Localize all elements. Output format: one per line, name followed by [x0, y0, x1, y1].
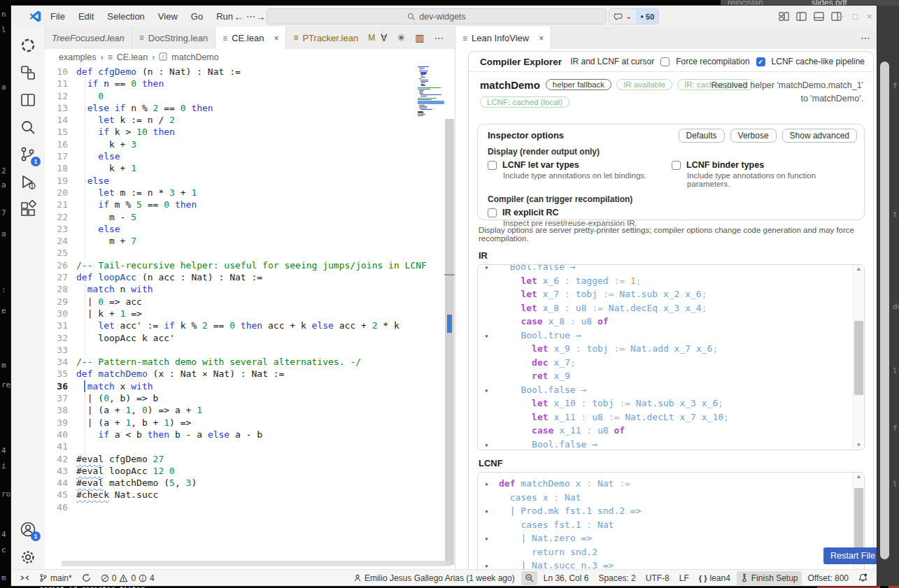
breadcrumb-item-matchdemo[interactable]: matchDemo [171, 52, 218, 62]
forward-button[interactable]: → [255, 10, 266, 22]
tab-docstring-lean[interactable]: ≡DocString.lean [132, 27, 215, 49]
menu-item-go[interactable]: Go [191, 11, 203, 22]
tab-treefocused-lean[interactable]: TreeFocused.lean [45, 27, 132, 49]
toggle-sidebar-icon[interactable] [796, 11, 807, 22]
lcnf-pipeline-checkbox[interactable]: ✓ [756, 57, 765, 66]
customize-layout-icon[interactable] [779, 11, 789, 22]
sync-item[interactable] [78, 571, 94, 585]
code-line[interactable]: 26/-- Tail-recursive helper: useful for … [45, 259, 455, 271]
close-icon[interactable]: × [274, 34, 278, 43]
code-line[interactable]: 15 if k > 10 then [45, 126, 455, 138]
remote-indicator[interactable] [17, 571, 33, 585]
code-line[interactable]: 20 let m := n * 3 + 1 [45, 187, 455, 199]
book-icon[interactable] [19, 91, 37, 109]
breadcrumb[interactable]: examples›≡CE.lean›ƒmatchDemo [59, 49, 219, 66]
chat-quota-badge[interactable]: ● 50 [636, 9, 658, 24]
account-icon[interactable]: 1 [19, 520, 37, 538]
finish-setup[interactable]: Finish Setup [737, 571, 802, 585]
openai-icon[interactable] [19, 36, 37, 55]
collapse-triangle-icon[interactable]: ▼ [485, 439, 488, 450]
close-icon[interactable]: × [539, 34, 544, 43]
encoding[interactable]: UTF-8 [642, 571, 673, 585]
eol[interactable]: LF [676, 571, 693, 585]
collapse-triangle-icon[interactable]: ▼ [485, 533, 488, 545]
more-actions-icon[interactable]: ⋯ [861, 32, 870, 43]
more-actions-icon[interactable]: ⋯ [434, 32, 444, 43]
extensions-icon[interactable] [19, 200, 37, 218]
code-line[interactable]: 17 else [45, 150, 455, 162]
branch-item[interactable]: main* [36, 571, 76, 585]
code-line[interactable]: 38 | (a + 1, 0) => a + 1 [45, 404, 455, 416]
lcnf-code-box[interactable]: ▼def matchDemo x : Nat :=cases x : Nat▼|… [477, 472, 865, 569]
settings-gear-icon[interactable] [19, 548, 37, 566]
code-line[interactable]: 19 else [45, 175, 455, 187]
collapse-triangle-icon[interactable]: ▼ [485, 264, 488, 273]
openai-small-icon[interactable]: ✳ [397, 32, 406, 43]
code-line[interactable]: 32 loopAcc k acc' [45, 332, 455, 344]
lcnf-binder-types-checkbox[interactable] [672, 161, 681, 170]
collapse-triangle-icon[interactable]: ▼ [485, 330, 488, 341]
scroll-up-arrow[interactable]: ▲ [854, 265, 864, 273]
ir-explicit-rc-checkbox[interactable] [488, 208, 497, 217]
code-line[interactable]: 39 | (a + 1, b + 1) => [45, 417, 455, 429]
back-button[interactable]: ← [234, 10, 244, 22]
breadcrumb-item-examples[interactable]: examples [59, 52, 97, 62]
lcnf-let-var-types-checkbox[interactable] [488, 161, 497, 170]
code-line[interactable]: 11 if n == 0 then [45, 78, 455, 89]
scroll-down-arrow[interactable]: ▼ [854, 441, 864, 450]
menu-item-selection[interactable]: Selection [107, 11, 144, 22]
code-line[interactable]: 34/-- Pattern-match demo with several al… [45, 356, 455, 368]
code-line[interactable]: 33 [45, 344, 455, 356]
tab-ptracker-lean[interactable]: ≡PTracker.leanM [286, 27, 383, 49]
collapse-triangle-icon[interactable]: ▼ [485, 506, 488, 517]
restart-file-button[interactable]: Restart File [823, 547, 877, 564]
git-blame[interactable]: Emilio Jesus Gallego Arias (1 week ago) [350, 571, 518, 585]
code-line[interactable]: 43#eval loopAcc 12 0 [45, 465, 455, 477]
code-line[interactable]: 18 k + 1 [45, 162, 455, 174]
scrollbar-thumb[interactable] [445, 119, 454, 565]
code-line[interactable]: 22 m - 5 [45, 211, 455, 223]
menu-item-file[interactable]: File [50, 11, 65, 22]
code-line[interactable]: 46 [45, 501, 455, 513]
code-line[interactable]: 28 match n with [45, 283, 455, 295]
scroll-up-arrow[interactable]: ▲ [854, 473, 864, 481]
collapse-triangle-icon[interactable]: ▼ [485, 479, 488, 490]
force-recompilation-checkbox[interactable] [660, 57, 670, 66]
minimap[interactable] [418, 66, 444, 118]
show-advanced-button[interactable]: Show advanced [782, 129, 857, 143]
code-line[interactable]: 21 if m % 5 == 0 then [45, 199, 455, 210]
zoom-out-item[interactable] [521, 571, 537, 585]
toggle-panel-icon[interactable] [814, 11, 824, 22]
verbose-button[interactable]: Verbose [730, 129, 777, 143]
code-line[interactable]: 13 else if n % 2 == 0 then [45, 102, 455, 114]
editor-vertical-scrollbar[interactable] [444, 66, 455, 569]
code-line[interactable]: 14 let k := n / 2 [45, 114, 455, 126]
code-line[interactable]: 25 [45, 247, 455, 259]
code-line[interactable]: 41 [45, 440, 455, 452]
breadcrumb-item-ce-lean[interactable]: CE.lean [117, 52, 148, 62]
code-line[interactable]: 36 match x with [45, 380, 455, 392]
menu-item-edit[interactable]: Edit [78, 11, 94, 22]
search-icon[interactable] [19, 118, 37, 136]
code-line[interactable]: 40 if a < b then b - a else a - b [45, 429, 455, 440]
code-line[interactable]: 30 | k + 1 => [45, 308, 455, 320]
code-line[interactable]: 35def matchDemo (x : Nat × Nat) : Nat := [45, 368, 455, 380]
ir-code-box[interactable]: ▼Bool.false →let x_6 : tagged := 1;let x… [477, 264, 865, 450]
code-editor[interactable]: 10def cfgDemo (n : Nat) : Nat :=11 if n … [45, 66, 455, 569]
tab-lean-infoview[interactable]: ≡Lean InfoView× [455, 27, 551, 50]
menu-item-run[interactable]: Run [216, 11, 233, 22]
language-mode[interactable]: { }lean4 [695, 571, 734, 585]
tab-ce-lean[interactable]: ≡CE.lean× [215, 27, 286, 50]
forall-icon[interactable]: ∀ [381, 32, 388, 43]
close-icon[interactable]: × [867, 11, 872, 22]
code-line[interactable]: 37 | (0, b) => b [45, 392, 455, 404]
collapse-triangle-icon[interactable]: ▼ [485, 561, 488, 569]
flow-boxes-icon[interactable] [19, 64, 37, 82]
code-line[interactable]: 27def loopAcc (n acc : Nat) : Nat := [45, 271, 455, 283]
code-line[interactable]: 12 0 [45, 90, 455, 102]
code-line[interactable]: 44#eval matchDemo (5, 3) [45, 477, 455, 489]
debug-icon[interactable] [19, 173, 37, 191]
code-line[interactable]: 10def cfgDemo (n : Nat) : Nat := [45, 66, 455, 78]
notifications[interactable] [855, 571, 871, 585]
code-line[interactable]: 23 else [45, 223, 455, 235]
